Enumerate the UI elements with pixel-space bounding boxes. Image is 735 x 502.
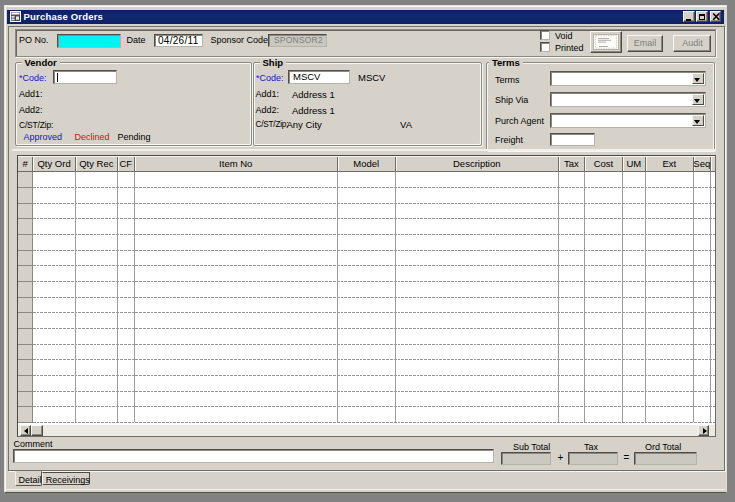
svg-text:CF: CF	[119, 158, 132, 169]
svg-text:Qty Rec: Qty Rec	[79, 158, 114, 169]
svg-text:Seq: Seq	[693, 158, 710, 169]
svg-text:Qty Ord: Qty Ord	[37, 158, 70, 169]
svg-text:Tax: Tax	[564, 158, 579, 169]
svg-text:Description: Description	[453, 158, 501, 169]
svg-text:#: #	[22, 158, 28, 169]
svg-text:Cost: Cost	[594, 158, 614, 169]
svg-text:Item No: Item No	[219, 158, 252, 169]
svg-text:Ext: Ext	[662, 158, 676, 169]
svg-text:UM: UM	[626, 158, 641, 169]
svg-text:Model: Model	[353, 158, 379, 169]
